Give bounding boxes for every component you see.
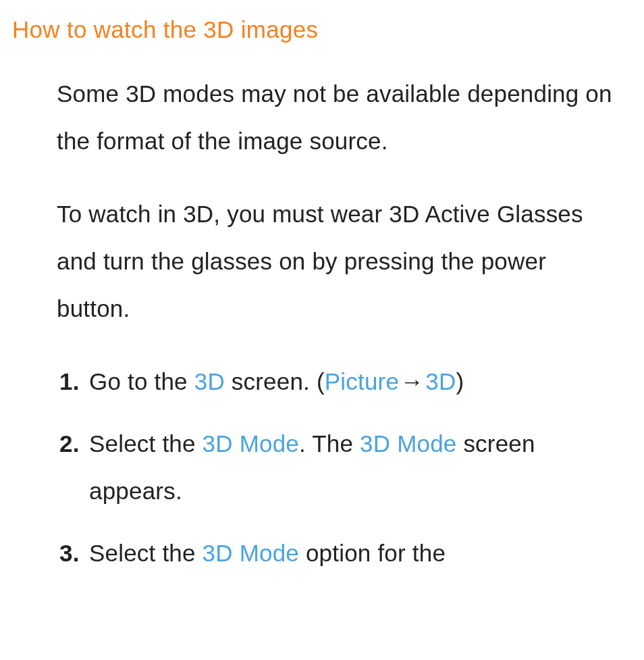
step-text: . The [299,430,360,457]
highlight-term: 3D Mode [203,430,299,457]
steps-list: Go to the 3D screen. (Picture → 3D) Sele… [57,358,625,577]
highlight-term: 3D [425,368,456,395]
intro-paragraph-1: Some 3D modes may not be available depen… [57,70,625,165]
step-3: Select the 3D Mode option for the [59,530,625,577]
highlight-term: 3D [194,368,225,395]
section-heading: How to watch the 3D images [12,16,632,43]
step-text: ) [456,368,464,395]
step-2: Select the 3D Mode. The 3D Mode screen a… [59,420,625,515]
arrow-icon: → [400,358,424,405]
step-text: Select the [89,430,203,457]
highlight-term: 3D Mode [360,430,456,457]
intro-paragraph-2: To watch in 3D, you must wear 3D Active … [57,191,625,332]
highlight-term: Picture [325,368,399,395]
step-text: screen. ( [225,368,325,395]
step-1: Go to the 3D screen. (Picture → 3D) [59,358,625,405]
step-text: Go to the [89,368,194,395]
highlight-term: 3D Mode [203,540,299,566]
step-text: option for the [299,540,446,566]
step-text: Select the [89,540,203,566]
body-content: Some 3D modes may not be available depen… [12,70,632,577]
